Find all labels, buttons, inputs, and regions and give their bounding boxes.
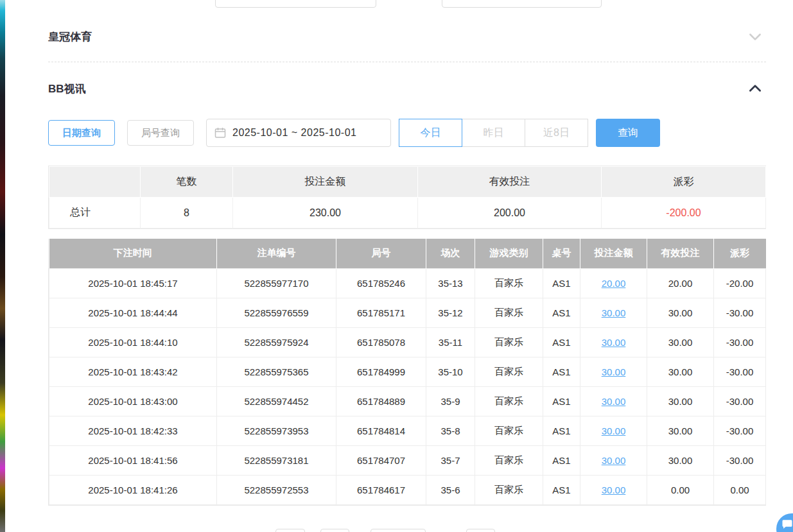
- cell-game-type: 百家乐: [475, 298, 543, 327]
- chat-bubble-icon: [781, 519, 793, 530]
- quick-8days-button[interactable]: 近8日: [525, 119, 588, 147]
- cell-order-id: 522855976559: [217, 298, 336, 327]
- section-crown-sports: 皇冠体育: [48, 0, 766, 62]
- cell-session: 35-13: [426, 268, 475, 298]
- cell-order-id: 522855974452: [217, 386, 336, 416]
- filter-row: 日期查询 局号查询 2025-10-01 ~ 2025-10-01 今日 昨日 …: [48, 119, 766, 147]
- pagination-button[interactable]: [320, 529, 349, 532]
- cell-session: 35-7: [426, 445, 475, 475]
- cell-payout: -30.00: [714, 298, 766, 327]
- cell-round-id: 651784814: [336, 416, 426, 445]
- cell-bet-time: 2025-10-01 18:41:26: [49, 475, 217, 504]
- cell-bet-amount: 30.00: [580, 386, 647, 416]
- bet-table-body: 2025-10-01 18:45:17522855977170651785246…: [49, 268, 766, 504]
- header-table-id: 桌号: [543, 239, 580, 268]
- table-row: 2025-10-01 18:43:42522855975365651784999…: [49, 357, 766, 386]
- cell-bet-time: 2025-10-01 18:43:42: [49, 357, 217, 386]
- search-button[interactable]: 查询: [596, 119, 660, 147]
- table-row: 2025-10-01 18:44:44522855976559651785171…: [49, 298, 766, 327]
- chevron-up-icon[interactable]: [747, 80, 763, 97]
- cell-session: 35-8: [426, 416, 475, 445]
- cell-bet-amount: 30.00: [580, 416, 647, 445]
- bet-amount-link[interactable]: 30.00: [602, 307, 626, 318]
- cell-table-id: AS1: [543, 268, 580, 298]
- bet-amount-link[interactable]: 30.00: [602, 366, 626, 377]
- cell-bet-amount: 20.00: [580, 268, 647, 298]
- section-title-bb: BB视讯: [48, 82, 86, 96]
- summary-total-payout: -200.00: [602, 198, 766, 228]
- bet-amount-link[interactable]: 20.00: [602, 278, 626, 289]
- date-range-picker[interactable]: 2025-10-01 ~ 2025-10-01: [206, 119, 391, 147]
- header-payout: 派彩: [714, 239, 766, 268]
- cell-round-id: 651784889: [336, 386, 426, 416]
- cell-bet-time: 2025-10-01 18:43:00: [49, 386, 217, 416]
- date-range-value: 2025-10-01 ~ 2025-10-01: [232, 127, 356, 139]
- cell-order-id: 522855975365: [217, 357, 336, 386]
- partial-input-left[interactable]: [215, 0, 376, 8]
- bet-table: 下注时间 注单编号 局号 场次 游戏类别 桌号 投注金额 有效投注 派彩 202…: [49, 239, 766, 505]
- cell-valid-bet: 30.00: [647, 386, 714, 416]
- bet-table-wrap: 下注时间 注单编号 局号 场次 游戏类别 桌号 投注金额 有效投注 派彩 202…: [48, 239, 766, 506]
- pagination-page-size-select[interactable]: [370, 529, 426, 532]
- cell-session: 35-9: [426, 386, 475, 416]
- cell-bet-amount: 30.00: [580, 298, 647, 327]
- cell-order-id: 522855972553: [217, 475, 336, 504]
- tab-round-query[interactable]: 局号查询: [127, 120, 194, 146]
- quick-today-button[interactable]: 今日: [399, 119, 462, 147]
- bet-amount-link[interactable]: 30.00: [602, 485, 626, 495]
- cell-table-id: AS1: [543, 327, 580, 357]
- summary-header-count: 笔数: [141, 167, 233, 198]
- cell-valid-bet: 30.00: [647, 327, 714, 357]
- cell-bet-amount: 30.00: [580, 475, 647, 504]
- cell-round-id: 651785078: [336, 327, 426, 357]
- section-title-crown: 皇冠体育: [48, 30, 92, 44]
- cell-bet-time: 2025-10-01 18:44:44: [49, 298, 217, 327]
- cell-table-id: AS1: [543, 416, 580, 445]
- cell-game-type: 百家乐: [475, 416, 543, 445]
- cell-bet-amount: 30.00: [580, 327, 647, 357]
- table-row: 2025-10-01 18:42:33522855973953651784814…: [49, 416, 766, 445]
- cell-valid-bet: 30.00: [647, 416, 714, 445]
- cell-session: 35-10: [426, 357, 475, 386]
- summary-table: 笔数 投注金额 有效投注 派彩 总计 8 230.00 200.00 -200.…: [49, 166, 766, 228]
- quick-range-group: 今日 昨日 近8日: [399, 119, 588, 147]
- partial-input-right[interactable]: [442, 0, 602, 8]
- floating-service-button[interactable]: [776, 513, 793, 532]
- cell-session: 35-12: [426, 298, 475, 327]
- summary-table-wrap: 笔数 投注金额 有效投注 派彩 总计 8 230.00 200.00 -200.…: [48, 166, 766, 229]
- pagination-button[interactable]: [275, 529, 305, 532]
- tab-date-query[interactable]: 日期查询: [48, 120, 115, 146]
- chevron-down-icon[interactable]: [747, 28, 763, 45]
- cell-order-id: 522855973181: [217, 445, 336, 475]
- cell-table-id: AS1: [543, 475, 580, 504]
- quick-yesterday-button[interactable]: 昨日: [462, 119, 525, 147]
- summary-header-row: 笔数 投注金额 有效投注 派彩: [49, 167, 766, 198]
- cell-table-id: AS1: [543, 445, 580, 475]
- cell-bet-time: 2025-10-01 18:42:33: [49, 416, 217, 445]
- cell-game-type: 百家乐: [475, 475, 543, 504]
- bet-table-header-row: 下注时间 注单编号 局号 场次 游戏类别 桌号 投注金额 有效投注 派彩: [49, 239, 766, 268]
- cell-game-type: 百家乐: [475, 357, 543, 386]
- bet-amount-link[interactable]: 30.00: [602, 396, 626, 407]
- pagination-button[interactable]: [466, 529, 495, 532]
- cell-valid-bet: 30.00: [647, 357, 714, 386]
- main-content: 皇冠体育 BB视讯 日期查询 局号查询 2025-10-01 ~ 2025-10…: [48, 0, 766, 532]
- cell-bet-amount: 30.00: [580, 445, 647, 475]
- bet-amount-link[interactable]: 30.00: [602, 455, 626, 466]
- table-row: 2025-10-01 18:41:56522855973181651784707…: [49, 445, 766, 475]
- pagination: [48, 529, 766, 532]
- cell-round-id: 651784999: [336, 357, 426, 386]
- table-row: 2025-10-01 18:45:17522855977170651785246…: [49, 268, 766, 298]
- summary-total-row: 总计 8 230.00 200.00 -200.00: [49, 198, 766, 228]
- table-row: 2025-10-01 18:44:10522855975924651785078…: [49, 327, 766, 357]
- bet-amount-link[interactable]: 30.00: [602, 337, 626, 348]
- cell-session: 35-6: [426, 475, 475, 504]
- cell-table-id: AS1: [543, 386, 580, 416]
- background-art-strip: [0, 0, 5, 532]
- cell-order-id: 522855975924: [217, 327, 336, 357]
- bet-amount-link[interactable]: 30.00: [602, 425, 626, 436]
- cell-bet-time: 2025-10-01 18:45:17: [49, 268, 217, 298]
- summary-total-valid-bet: 200.00: [418, 198, 602, 228]
- header-game-type: 游戏类别: [475, 239, 543, 268]
- summary-total-label: 总计: [49, 198, 141, 228]
